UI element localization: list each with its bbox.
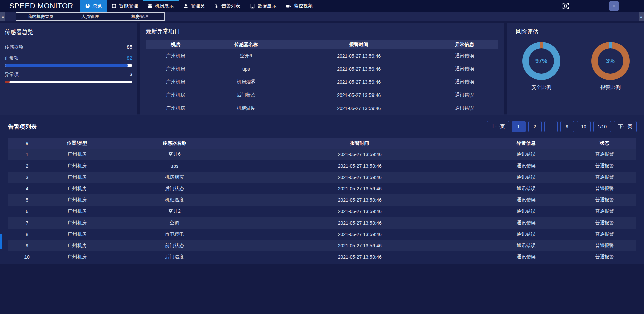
table-row: 广州机房ups2021-05-27 13:59:46通讯错误 bbox=[146, 62, 498, 75]
cabinet-icon bbox=[147, 3, 153, 9]
logout-button[interactable] bbox=[609, 1, 619, 11]
nav-item-label: 监控视频 bbox=[294, 3, 313, 9]
table-row: 广州机房机房烟雾2021-05-27 13:59:46通讯错误 bbox=[146, 75, 498, 88]
pagination-page-9-button[interactable]: 9 bbox=[560, 121, 574, 132]
nav-item-机房展示[interactable]: 机房展示 bbox=[143, 0, 179, 12]
pagination-ellipsis-button[interactable]: ... bbox=[544, 121, 558, 132]
table-cell: 普通报警 bbox=[573, 163, 636, 169]
table-row: 3广州机房机房烟雾2021-05-27 13:59:46通讯错误普通报警 bbox=[8, 172, 636, 183]
table-cell: 2021-05-27 13:59:46 bbox=[240, 243, 479, 248]
fullscreen-icon[interactable] bbox=[562, 2, 569, 10]
table-cell: 2 bbox=[8, 163, 46, 169]
table-cell: 普通报警 bbox=[573, 231, 636, 237]
latest-abnormal-panel: 最新异常项目 机房传感器名称报警时间异常信息广州机房空开62021-05-27 … bbox=[140, 23, 504, 115]
column-header: 状态 bbox=[573, 140, 636, 146]
latest-abnormal-table: 机房传感器名称报警时间异常信息广州机房空开62021-05-27 13:59:4… bbox=[146, 40, 498, 115]
table-cell: 通讯错误 bbox=[431, 53, 498, 59]
column-header: 报警时间 bbox=[287, 42, 431, 48]
sensor-total-label: 传感器项 bbox=[5, 44, 23, 50]
nav-item-label: 数据显示 bbox=[258, 3, 277, 9]
table-row: 1广州机房空开62021-05-27 13:59:46通讯错误普通报警 bbox=[8, 149, 636, 160]
table-cell: 2021-05-27 13:59:46 bbox=[287, 92, 431, 98]
alarm-list-panel: 告警项列表 上一页12...9101/10下一页 #位置/类型传感器名称报警时间… bbox=[0, 114, 644, 264]
sensor-abnormal-value: 3 bbox=[130, 71, 132, 77]
risk-chart: 3%报警比例 bbox=[591, 42, 630, 91]
table-cell: 2021-05-27 13:59:46 bbox=[240, 186, 479, 191]
pagination-page-1-button[interactable]: 1 bbox=[512, 121, 526, 132]
abnormal-progress-fill bbox=[5, 81, 10, 83]
table-row: 4广州机房后门状态2021-05-27 13:59:46通讯错误普通报警 bbox=[8, 183, 636, 194]
table-cell: 空开6 bbox=[206, 53, 287, 59]
sensor-total-value: 85 bbox=[127, 44, 132, 50]
open-tabs: 我的机房首页人员管理机房管理 bbox=[16, 12, 165, 21]
table-cell: 2021-05-27 13:59:46 bbox=[287, 66, 431, 72]
table-cell: 广州机房 bbox=[46, 186, 108, 192]
pagination-page-10-button[interactable]: 10 bbox=[577, 121, 591, 132]
nav-item-管理员[interactable]: 管理员 bbox=[179, 0, 209, 12]
main-nav: 总览智能管理机房展示管理员告警列表数据显示监控视频 bbox=[80, 0, 317, 12]
table-cell: 通讯错误 bbox=[431, 66, 498, 72]
pagination-info-button[interactable]: 1/10 bbox=[593, 121, 611, 132]
pagination-next-button[interactable]: 下一页 bbox=[614, 121, 637, 132]
table-cell: 通讯错误 bbox=[479, 151, 573, 158]
table-cell: 广州机房 bbox=[46, 220, 108, 226]
tab-机房管理[interactable]: 机房管理 bbox=[115, 12, 165, 21]
table-row: 5广州机房机柜温度2021-05-27 13:59:46通讯错误普通报警 bbox=[8, 194, 636, 206]
table-cell: 市电停电 bbox=[108, 231, 240, 237]
table-cell: 广州机房 bbox=[146, 53, 206, 59]
table-row: 广州机房后门状态2021-05-27 13:59:46通讯错误 bbox=[146, 88, 498, 102]
table-cell: 空开2 bbox=[108, 208, 240, 214]
donut-center-value: 3% bbox=[606, 58, 615, 65]
pie-chart-icon bbox=[85, 3, 90, 9]
nav-item-智能管理[interactable]: 智能管理 bbox=[107, 0, 143, 12]
table-cell: 机柜温度 bbox=[206, 105, 287, 111]
table-cell: 广州机房 bbox=[146, 79, 206, 85]
top-navbar: SPEED MONITOR 总览智能管理机房展示管理员告警列表数据显示监控视频 bbox=[0, 0, 644, 12]
table-cell: 普通报警 bbox=[573, 174, 636, 180]
chart-label: 安全比例 bbox=[531, 84, 551, 91]
alarm-list-header: 告警项列表 上一页12...9101/10下一页 bbox=[0, 114, 644, 132]
table-cell: 广州机房 bbox=[146, 105, 206, 111]
table-cell: 空调 bbox=[108, 220, 240, 226]
sensor-overview-panel: 传感器总览 传感器项 85 正常项 82 异常项 3 bbox=[0, 23, 137, 115]
pagination-page-2-button[interactable]: 2 bbox=[528, 121, 542, 132]
nav-item-监控视频[interactable]: 监控视频 bbox=[281, 0, 317, 12]
column-header: 报警时间 bbox=[240, 140, 479, 146]
nav-item-label: 机房展示 bbox=[155, 3, 174, 9]
table-cell: 广州机房 bbox=[46, 243, 108, 249]
scroll-indicator bbox=[0, 234, 2, 249]
table-cell: 2021-05-27 13:59:46 bbox=[287, 106, 431, 111]
table-cell: 通讯错误 bbox=[479, 254, 573, 260]
table-cell: 6 bbox=[8, 209, 46, 214]
table-cell: 通讯错误 bbox=[479, 174, 573, 180]
table-cell: 广州机房 bbox=[46, 254, 108, 260]
nav-item-总览[interactable]: 总览 bbox=[80, 0, 107, 12]
chart-label: 报警比例 bbox=[600, 84, 621, 91]
risk-panel: 风险评估 97%安全比例3%报警比例 bbox=[507, 23, 644, 115]
alarm-icon bbox=[214, 3, 219, 9]
tabs-scroll-right-icon[interactable]: » bbox=[639, 12, 644, 21]
table-cell: 通讯错误 bbox=[479, 186, 573, 192]
table-cell: 广州机房 bbox=[46, 163, 108, 169]
donut-center-value: 97% bbox=[535, 58, 547, 65]
tab-人员管理[interactable]: 人员管理 bbox=[65, 12, 115, 21]
table-cell: 通讯错误 bbox=[431, 79, 498, 85]
tab-我的机房首页[interactable]: 我的机房首页 bbox=[16, 12, 65, 21]
alarm-table: #位置/类型传感器名称报警时间异常信息状态1广州机房空开62021-05-27 … bbox=[8, 138, 636, 263]
table-cell: 广州机房 bbox=[46, 151, 108, 158]
tabs-scroll-left-icon[interactable]: « bbox=[0, 12, 5, 21]
table-cell: 通讯错误 bbox=[479, 197, 573, 203]
table-cell: 2021-05-27 13:59:46 bbox=[240, 197, 479, 203]
sensor-abnormal-row: 异常项 3 bbox=[5, 71, 132, 78]
pagination-prev-button[interactable]: 上一页 bbox=[487, 121, 509, 132]
table-cell: 通讯错误 bbox=[431, 92, 498, 98]
tab-strip: « 我的机房首页人员管理机房管理 » bbox=[0, 12, 644, 21]
sensor-total-row: 传感器项 85 bbox=[5, 44, 132, 50]
table-cell: 普通报警 bbox=[573, 208, 636, 214]
panel-title: 风险评估 bbox=[507, 28, 644, 36]
nav-item-告警列表[interactable]: 告警列表 bbox=[209, 0, 245, 12]
table-cell: 空开6 bbox=[108, 151, 240, 158]
nav-item-数据显示[interactable]: 数据显示 bbox=[245, 0, 281, 12]
table-cell: 后门湿度 bbox=[108, 254, 240, 260]
table-cell: 广州机房 bbox=[146, 66, 206, 72]
